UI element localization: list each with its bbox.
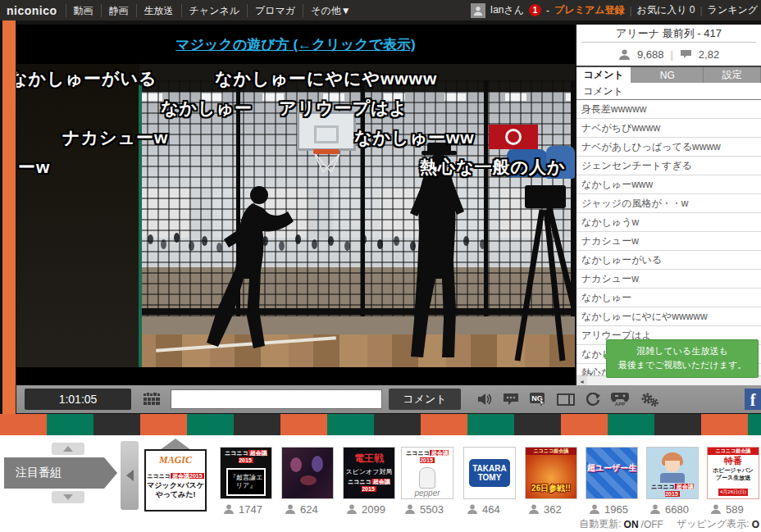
- tab-settings[interactable]: 設定: [704, 67, 761, 83]
- flying-comment: なかしゅーにやにやwwww: [215, 67, 437, 90]
- person-icon: [404, 504, 416, 514]
- screen-layout-icon[interactable]: [557, 393, 575, 406]
- comment-submit-button[interactable]: コメント: [389, 389, 461, 410]
- thumbnail-program[interactable]: ニコニコ超会議2015 『超言論エリア』: [220, 447, 272, 499]
- nav-item-live[interactable]: 生放送: [136, 4, 181, 17]
- premium-register-link[interactable]: プレミアム登録: [554, 3, 624, 17]
- top-navigation: niconico 動画 静画 生放送 チャンネル ブロマガ その他▼ Ianさん…: [0, 0, 761, 20]
- dash-separator: -: [546, 5, 549, 16]
- thumbnail-program[interactable]: 超ユーザー生: [586, 447, 638, 499]
- thumbnail-program[interactable]: ニコニコ超会議2015 pepper: [401, 447, 453, 499]
- comment-row: なかしゅーにやにやwwwww: [576, 307, 761, 326]
- facebook-icon[interactable]: f: [745, 389, 761, 410]
- viewer-count-badge: 6680: [649, 502, 689, 516]
- flying-comment: なかしゅーがいる: [16, 67, 157, 90]
- flying-comment: なかしゅー: [161, 97, 253, 120]
- person-icon: [285, 504, 296, 514]
- notification-badge[interactable]: 1: [529, 4, 541, 16]
- thumbnail-program[interactable]: 電王戦 スピンオフ対局 ニコニコ超会議2015: [343, 447, 395, 499]
- program-carousel: 注目番組 MAGIC ニコニコ超会議2015 マジック×バスケ やってみた! ニ…: [0, 435, 761, 516]
- thumbnail-program[interactable]: ニコニコ超会議 特番 ホビージャパン ブース生放送 4月26日(日): [707, 447, 759, 499]
- tooltip-line: 混雑している生放送も: [610, 344, 754, 359]
- flying-comment: なかしゅーww: [354, 126, 475, 149]
- camera-tripod: [517, 205, 575, 361]
- magic-logo-text: MAGIC: [146, 454, 205, 466]
- left-arrow-icon: [126, 470, 134, 481]
- comment-row: ナカシューw: [576, 232, 761, 251]
- nav-item-video[interactable]: 動画: [66, 4, 101, 17]
- comment-list-header: コメント: [576, 83, 761, 100]
- nav-item-other[interactable]: その他▼: [303, 4, 358, 17]
- tab-ng[interactable]: NG: [631, 67, 704, 83]
- flying-comment: ーw: [18, 156, 50, 179]
- nav-user-area: Ianさん 1 - プレミアム登録 | お気に入り 0 | ランキング: [471, 3, 761, 18]
- howto-play-link[interactable]: マジックの遊び方 (←クリックで表示): [175, 35, 415, 54]
- comment-bubble-icon[interactable]: [503, 393, 519, 406]
- gears-icon[interactable]: [640, 392, 659, 407]
- left-accent-strip: [2, 20, 16, 435]
- flying-comment: 熱心な一般の人か: [420, 156, 565, 179]
- elapsed-time: 1:01:05: [25, 389, 131, 410]
- viewer-count: 9,688: [637, 48, 664, 61]
- thumbnail-program[interactable]: ニコニコ超会議2015: [646, 447, 699, 499]
- zapping-label: ザッピング表示:: [677, 517, 750, 531]
- auto-update-off[interactable]: /OFF: [641, 519, 663, 530]
- separator: |: [699, 5, 702, 16]
- pepper-robot: [419, 467, 435, 489]
- down-arrow-icon: [63, 494, 73, 500]
- auto-update-on[interactable]: ON: [624, 519, 639, 530]
- carousel-down-button[interactable]: [52, 491, 84, 503]
- favorites-link[interactable]: お気に入り 0: [637, 3, 695, 17]
- gamepad-app-icon[interactable]: APP: [611, 393, 629, 407]
- viewer-count-badge: 589: [710, 502, 744, 516]
- thumbnail-program[interactable]: TAKARATOMY: [463, 447, 516, 499]
- event-theme-stripes: [0, 414, 761, 435]
- viewer-count-badge: 464: [467, 502, 500, 516]
- viewer-count-badge: 2099: [346, 502, 385, 516]
- separator: |: [629, 5, 631, 16]
- app-label: APP: [615, 402, 625, 407]
- person-icon: [473, 6, 483, 16]
- nav-item-seiga[interactable]: 静画: [101, 4, 136, 17]
- ng-icon[interactable]: NG: [530, 393, 546, 407]
- congestion-tooltip: 混雑している生放送も 最後までご視聴いただけます。: [606, 339, 759, 378]
- sidebar-tabs: コメント NG 設定: [576, 66, 761, 83]
- up-arrow-icon: [63, 446, 73, 452]
- thumbnail-current-program[interactable]: MAGIC ニコニコ超会議2015 マジック×バスケ やってみた!: [144, 449, 207, 512]
- comment-row: なかしゅー: [576, 289, 761, 307]
- zapping-value[interactable]: O: [752, 519, 759, 530]
- viewer-count-badge: 1747: [223, 502, 262, 516]
- stream-title: アリーナ 最前列 - 417: [576, 25, 761, 42]
- ranking-link[interactable]: ランキング: [708, 3, 758, 17]
- speaker-icon[interactable]: [477, 393, 492, 406]
- thumbnail-program[interactable]: ニコニコ超会議 26日参戦!!: [525, 447, 577, 499]
- person-icon: [223, 504, 235, 514]
- tab-comment[interactable]: コメント: [576, 67, 631, 83]
- viewer-count-badge: 362: [528, 502, 562, 516]
- command-palette-icon[interactable]: [143, 393, 161, 406]
- tv-camera: [525, 185, 566, 208]
- comment-row: ナベがあしひっぱってるwwww: [576, 138, 761, 157]
- carousel-left-button[interactable]: [121, 441, 139, 510]
- person-icon: [467, 504, 478, 514]
- nav-item-channel[interactable]: チャンネル: [181, 4, 247, 17]
- person-icon: [589, 504, 600, 514]
- person-icon: [649, 504, 661, 514]
- comment-input[interactable]: [171, 389, 382, 409]
- video-frame[interactable]: なかしゅーがいる なかしゅーにやにやwwww なかしゅー アリウープはよ ナカシ…: [16, 64, 575, 367]
- stat-separator: |: [670, 48, 672, 61]
- featured-programs-label: 注目番組: [4, 457, 104, 489]
- user-avatar[interactable]: [471, 3, 485, 18]
- comment-sidebar: アリーナ 最前列 - 417 9,688 | 2,82 コメント NG 設定 コ…: [576, 25, 761, 386]
- current-program-marker: [160, 439, 191, 450]
- nav-item-blomaga[interactable]: ブロマガ: [247, 4, 303, 17]
- viewer-count-badge: 624: [285, 502, 318, 516]
- user-name[interactable]: Ianさん: [490, 3, 524, 17]
- hoop-net: [315, 154, 339, 172]
- thumbnail-program[interactable]: [281, 447, 334, 499]
- comment-count: 2,82: [699, 48, 719, 61]
- niconico-logo[interactable]: niconico: [0, 4, 66, 17]
- comment-row: なかしゅーwww: [576, 175, 761, 194]
- refresh-icon[interactable]: [586, 393, 600, 407]
- carousel-up-button[interactable]: [52, 443, 84, 455]
